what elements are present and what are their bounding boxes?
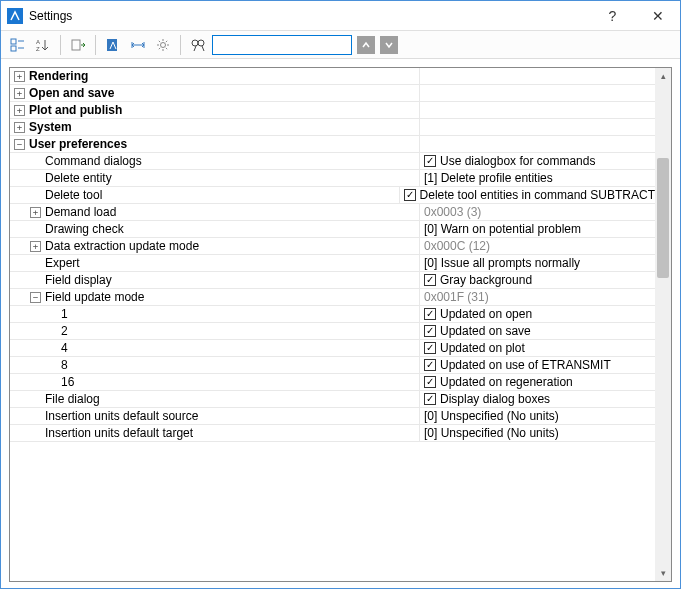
pref-value[interactable]: 0x000C (12) — [424, 239, 490, 253]
drawing-icon[interactable] — [102, 34, 124, 56]
svg-line-13 — [202, 46, 204, 51]
pref-label[interactable]: 8 — [61, 358, 68, 372]
checkbox[interactable]: ✓ — [424, 308, 436, 320]
checkbox[interactable]: ✓ — [424, 325, 436, 337]
close-button[interactable]: ✕ — [635, 1, 680, 31]
expand-icon[interactable]: + — [14, 71, 25, 82]
pref-label[interactable]: Delete entity — [45, 171, 112, 185]
pref-label[interactable]: Expert — [45, 256, 80, 270]
alphabetical-icon[interactable]: AZ — [32, 34, 54, 56]
svg-line-12 — [194, 46, 196, 51]
svg-text:A: A — [36, 39, 40, 45]
pref-label[interactable]: Field display — [45, 273, 112, 287]
expand-icon[interactable]: + — [14, 88, 25, 99]
pref-label[interactable]: 2 — [61, 324, 68, 338]
svg-rect-6 — [72, 40, 80, 50]
checkbox[interactable]: ✓ — [424, 342, 436, 354]
pref-label[interactable]: 1 — [61, 307, 68, 321]
scroll-down-icon[interactable]: ▾ — [655, 565, 671, 581]
titlebar: Settings ? ✕ — [1, 1, 680, 31]
pref-value[interactable]: [0] Issue all prompts normally — [424, 256, 580, 270]
pref-label[interactable]: Drawing check — [45, 222, 124, 236]
svg-rect-1 — [11, 46, 16, 51]
pref-value[interactable]: Gray background — [440, 273, 532, 287]
category-system[interactable]: System — [29, 120, 72, 134]
settings-tree: +Rendering +Open and save +Plot and publ… — [9, 67, 672, 582]
pref-value[interactable]: Delete tool entities in command SUBTRACT — [420, 188, 655, 202]
expand-icon[interactable]: + — [30, 241, 41, 252]
svg-rect-0 — [11, 39, 16, 44]
pref-value[interactable]: Updated on plot — [440, 341, 525, 355]
window-title: Settings — [29, 9, 590, 23]
find-icon[interactable] — [187, 34, 209, 56]
svg-point-11 — [198, 40, 204, 46]
category-rendering[interactable]: Rendering — [29, 69, 88, 83]
next-result-button[interactable] — [380, 36, 398, 54]
checkbox[interactable]: ✓ — [424, 376, 436, 388]
pref-value[interactable]: Use dialogbox for commands — [440, 154, 595, 168]
expand-icon[interactable]: + — [14, 105, 25, 116]
pref-label[interactable]: Delete tool — [45, 188, 102, 202]
checkbox[interactable]: ✓ — [424, 274, 436, 286]
pref-value[interactable]: [0] Unspecified (No units) — [424, 426, 559, 440]
scroll-up-icon[interactable]: ▴ — [655, 68, 671, 84]
app-icon — [7, 8, 23, 24]
collapse-icon[interactable]: − — [14, 139, 25, 150]
category-user-preferences[interactable]: User preferences — [29, 137, 127, 151]
pref-label[interactable]: Field update mode — [45, 290, 144, 304]
pref-label[interactable]: Data extraction update mode — [45, 239, 199, 253]
pref-value[interactable]: Updated on regeneration — [440, 375, 573, 389]
pref-label[interactable]: Insertion units default source — [45, 409, 198, 423]
pref-value[interactable]: 0x001F (31) — [424, 290, 489, 304]
prev-result-button[interactable] — [357, 36, 375, 54]
search-input[interactable] — [212, 35, 352, 55]
pref-value[interactable]: Updated on use of ETRANSMIT — [440, 358, 611, 372]
gear-icon[interactable] — [152, 34, 174, 56]
pref-label[interactable]: Command dialogs — [45, 154, 142, 168]
pref-label[interactable]: Demand load — [45, 205, 116, 219]
pref-value[interactable]: [1] Delete profile entities — [424, 171, 553, 185]
scroll-thumb[interactable] — [657, 158, 669, 278]
dimension-icon[interactable] — [127, 34, 149, 56]
svg-point-10 — [192, 40, 198, 46]
checkbox[interactable]: ✓ — [424, 393, 436, 405]
checkbox[interactable]: ✓ — [404, 189, 416, 201]
categorized-icon[interactable] — [7, 34, 29, 56]
pref-value[interactable]: [0] Warn on potential problem — [424, 222, 581, 236]
help-button[interactable]: ? — [590, 1, 635, 31]
expand-icon[interactable]: + — [14, 122, 25, 133]
export-icon[interactable] — [67, 34, 89, 56]
pref-value[interactable]: Display dialog boxes — [440, 392, 550, 406]
category-open-save[interactable]: Open and save — [29, 86, 114, 100]
collapse-icon[interactable]: − — [30, 292, 41, 303]
checkbox[interactable]: ✓ — [424, 359, 436, 371]
category-plot-publish[interactable]: Plot and publish — [29, 103, 122, 117]
pref-label[interactable]: 4 — [61, 341, 68, 355]
pref-value[interactable]: 0x0003 (3) — [424, 205, 481, 219]
pref-value[interactable]: Updated on save — [440, 324, 531, 338]
expand-icon[interactable]: + — [30, 207, 41, 218]
svg-point-9 — [161, 42, 166, 47]
checkbox[interactable]: ✓ — [424, 155, 436, 167]
pref-label[interactable]: 16 — [61, 375, 74, 389]
pref-value[interactable]: Updated on open — [440, 307, 532, 321]
toolbar: AZ — [1, 31, 680, 59]
vertical-scrollbar[interactable]: ▴ ▾ — [655, 68, 671, 581]
pref-label[interactable]: File dialog — [45, 392, 100, 406]
svg-text:Z: Z — [36, 46, 40, 52]
pref-value[interactable]: [0] Unspecified (No units) — [424, 409, 559, 423]
pref-label[interactable]: Insertion units default target — [45, 426, 193, 440]
